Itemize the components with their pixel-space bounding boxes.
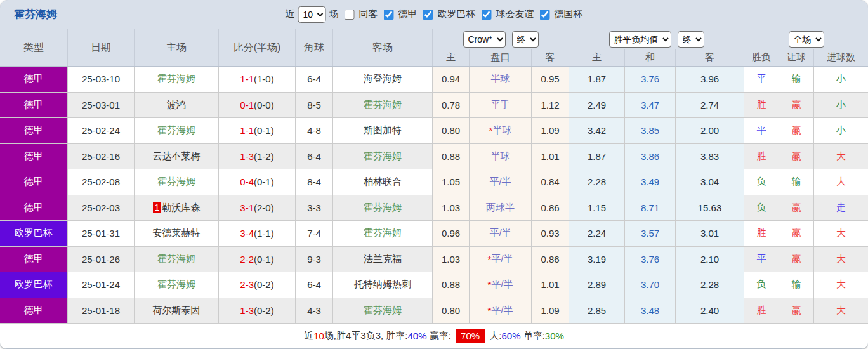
league-label: 德甲 <box>24 124 43 136</box>
match-date: 25-02-24 <box>82 125 120 136</box>
away-team-name: 斯图加特 <box>364 124 402 136</box>
away-team-name: 霍芬海姆 <box>364 227 402 239</box>
avg-draw-cell: 3.49 <box>625 169 676 195</box>
match-date: 25-03-01 <box>82 100 120 110</box>
summary-segment: 近 <box>304 330 313 342</box>
home-team-cell: 霍芬海姆 <box>135 169 219 195</box>
handicap-cell: 半球 <box>470 67 532 93</box>
avg-draw-cell: 3.57 <box>625 221 676 247</box>
avg-home-cell: 2.28 <box>569 169 625 195</box>
match-date: 25-02-16 <box>82 151 120 162</box>
avg-home-cell: 1.15 <box>569 195 625 221</box>
avg-draw-value: 3.47 <box>641 100 659 110</box>
bookmaker-stage-select[interactable]: 终 <box>512 31 539 48</box>
odds-home-cell: 0.78 <box>433 93 470 119</box>
result-cell: 胜 <box>744 221 779 247</box>
bookmaker-select[interactable]: Crow* <box>463 31 506 48</box>
filter-label-bundesliga: 德甲 <box>398 8 418 20</box>
score-cell: 0-1(0-0) <box>219 93 296 119</box>
away-team-name: 柏林联合 <box>364 176 402 188</box>
avg-draw-cell: 8.71 <box>625 195 676 221</box>
date-cell: 25-02-16 <box>68 144 135 170</box>
filter-checkbox-europa[interactable] <box>423 10 433 20</box>
goals-value: 小 <box>836 73 846 85</box>
avg-draw-value: 3.76 <box>641 74 659 84</box>
filter-checkbox-friendly[interactable] <box>482 10 492 20</box>
table-body: 德甲 25-03-10 霍芬海姆 1-1(1-0) 6-4 海登海姆 0.94 … <box>0 67 868 324</box>
avg-draw-cell: 3.85 <box>625 118 676 144</box>
score-cell: 3-1(2-0) <box>219 195 296 221</box>
handicap-cell: 两球半 <box>470 195 532 221</box>
away-team-cell: 霍芬海姆 <box>333 221 433 247</box>
avg-draw-value: 3.85 <box>641 125 659 136</box>
fulltime-score: 3-1 <box>240 202 254 213</box>
odds-away-value: 0.95 <box>541 74 559 84</box>
date-cell: 25-01-26 <box>68 247 135 273</box>
odds-away-value: 0.93 <box>541 228 559 239</box>
league-type-cell: 德甲 <box>0 67 68 93</box>
avg-stage-select[interactable]: 终 <box>678 31 704 48</box>
match-count-select[interactable]: 10 <box>298 6 326 23</box>
result-value: 胜 <box>757 150 766 162</box>
fulltime-score: 2-3 <box>240 279 254 290</box>
filter-checkbox-pokal[interactable] <box>540 10 550 20</box>
handicap-result-cell: 输 <box>779 67 814 93</box>
page-title: 霍芬海姆 <box>14 7 57 22</box>
filter-label-pokal: 德国杯 <box>555 8 583 20</box>
result-cell: 平 <box>744 247 779 273</box>
handicap-cell: 平手 <box>470 93 532 119</box>
handicap-result-cell: 赢 <box>779 144 814 170</box>
result-cell: 平 <box>744 118 779 144</box>
avg-draw-value: 3.76 <box>641 254 659 265</box>
handicap-value: 平/半 <box>491 279 513 291</box>
avg-away-cell: 2.40 <box>676 298 744 324</box>
league-type-cell: 德甲 <box>0 298 68 324</box>
score-cell: 1-3(1-2) <box>219 144 296 170</box>
avg-away-cell: 3.04 <box>676 169 744 195</box>
home-team-name: 霍芬海姆 <box>157 279 195 291</box>
corners-cell: 8-5 <box>296 93 333 119</box>
subcol-avg-draw: 和 <box>625 49 676 66</box>
goals-cell: 小 <box>814 67 868 93</box>
odds-away-value: 1.01 <box>541 279 559 290</box>
handicap-result-value: 赢 <box>792 305 801 317</box>
col-date: 日期 <box>68 29 135 66</box>
avg-draw-value: 3.48 <box>641 305 659 316</box>
league-label: 德甲 <box>24 73 43 85</box>
avg-home-value: 2.24 <box>588 228 606 239</box>
odds-home-cell: 0.96 <box>433 221 470 247</box>
odds-away-cell: 1.01 <box>532 144 569 170</box>
col-corners: 角球 <box>296 29 333 66</box>
scope-select[interactable]: 全场 <box>789 31 824 48</box>
result-value: 胜 <box>757 305 766 317</box>
avg-odds-select[interactable]: 胜平负均值 <box>609 31 671 48</box>
league-label: 德甲 <box>24 253 43 265</box>
avg-home-value: 2.89 <box>588 279 606 290</box>
handicap-cell: 平/半 <box>470 169 532 195</box>
avg-home-cell: 2.85 <box>569 298 625 324</box>
away-team-cell: 法兰克福 <box>333 247 433 273</box>
home-team-cell: 霍芬海姆 <box>135 272 219 298</box>
league-type-cell: 德甲 <box>0 247 68 273</box>
match-date: 25-03-10 <box>82 74 120 84</box>
home-team-cell: 霍芬海姆 <box>135 67 219 93</box>
result-value: 胜 <box>757 99 766 111</box>
league-type-cell: 德甲 <box>0 169 68 195</box>
avg-home-cell: 1.87 <box>569 67 625 93</box>
odds-home-value: 0.94 <box>442 74 460 84</box>
goals-cell: 小 <box>814 118 868 144</box>
subcol-goals: 进球数 <box>814 49 868 66</box>
halftime-score: (0-1) <box>254 254 274 265</box>
filter-checkbox-bundesliga[interactable] <box>384 10 394 20</box>
summary-segment: 大: <box>487 330 501 342</box>
away-team-name: 霍芬海姆 <box>364 99 402 111</box>
same-opponent-checkbox[interactable] <box>345 10 355 20</box>
away-team-cell: 霍芬海姆 <box>333 298 433 324</box>
handicap-result-cell: 赢 <box>779 93 814 119</box>
date-cell: 25-02-08 <box>68 169 135 195</box>
avg-away-value: 3.96 <box>700 74 719 84</box>
match-date: 25-01-18 <box>82 305 120 316</box>
away-team-cell: 霍芬海姆 <box>333 195 433 221</box>
handicap-result-cell: 赢 <box>779 298 814 324</box>
goals-cell: 大 <box>814 298 868 324</box>
